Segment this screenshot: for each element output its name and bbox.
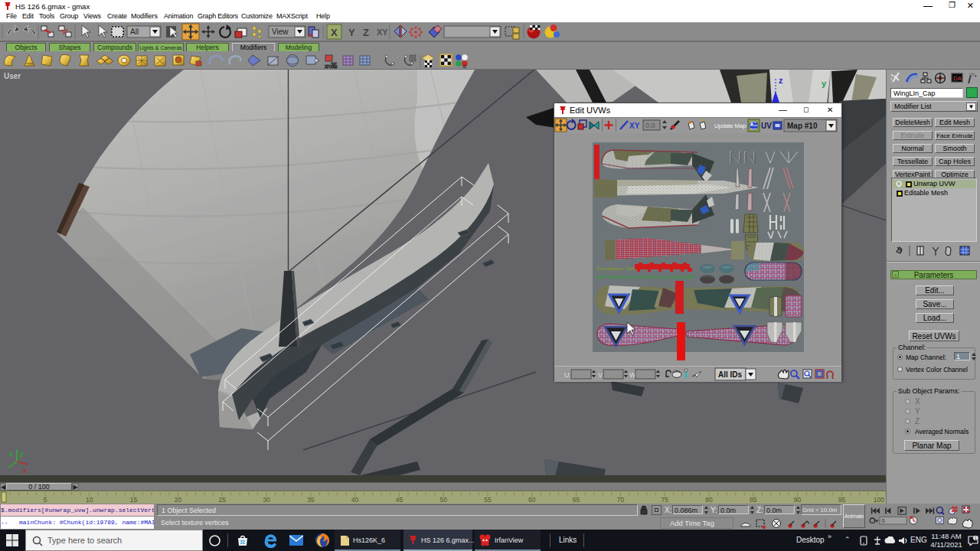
svg-text:40: 40 <box>351 496 359 504</box>
svg-text:y: y <box>822 79 827 88</box>
svg-text:User: User <box>4 72 21 80</box>
svg-text:25: 25 <box>218 496 226 504</box>
svg-text:DA: DA <box>953 75 962 82</box>
svg-text:70: 70 <box>617 496 625 504</box>
svg-text:All IDs: All IDs <box>718 370 743 379</box>
svg-text:20: 20 <box>175 496 182 504</box>
svg-text:0.0: 0.0 <box>645 122 655 129</box>
svg-text:45: 45 <box>396 496 403 504</box>
svg-text:65: 65 <box>573 496 580 504</box>
svg-text:XFORM: XFORM <box>325 65 338 69</box>
svg-text:X: X <box>331 27 338 38</box>
svg-text:5: 5 <box>44 496 47 504</box>
svg-text:XY: XY <box>629 122 640 130</box>
svg-text:Map #10: Map #10 <box>787 122 818 130</box>
svg-text:View: View <box>272 28 289 36</box>
svg-text:Z: Z <box>363 27 369 38</box>
svg-text:75: 75 <box>661 496 668 504</box>
svg-text:90: 90 <box>794 496 802 504</box>
svg-text:100: 100 <box>874 496 884 504</box>
svg-text:95: 95 <box>838 496 846 504</box>
svg-text:y: y <box>20 450 24 458</box>
svg-text:Y: Y <box>348 27 355 38</box>
svg-text:0: 0 <box>881 517 884 524</box>
svg-text:10: 10 <box>86 496 93 504</box>
svg-text:60: 60 <box>528 496 536 504</box>
svg-text:UV: UV <box>761 122 772 130</box>
svg-text:ID: ID <box>462 64 466 69</box>
svg-text:z: z <box>9 450 13 458</box>
svg-text:U:: U: <box>564 371 571 379</box>
svg-text:55: 55 <box>484 496 492 504</box>
svg-text:50: 50 <box>439 496 447 504</box>
svg-text:1: 1 <box>975 536 977 540</box>
svg-text:z: z <box>779 76 783 85</box>
svg-text:15: 15 <box>130 496 138 504</box>
svg-text:Update Map: Update Map <box>714 122 746 129</box>
svg-text:80: 80 <box>705 496 713 504</box>
svg-text:30: 30 <box>263 496 270 504</box>
svg-text:x: x <box>23 467 27 474</box>
svg-text:XY: XY <box>377 28 388 37</box>
svg-text:35: 35 <box>307 496 315 504</box>
svg-text:All: All <box>130 28 139 36</box>
svg-text:85: 85 <box>750 496 757 504</box>
